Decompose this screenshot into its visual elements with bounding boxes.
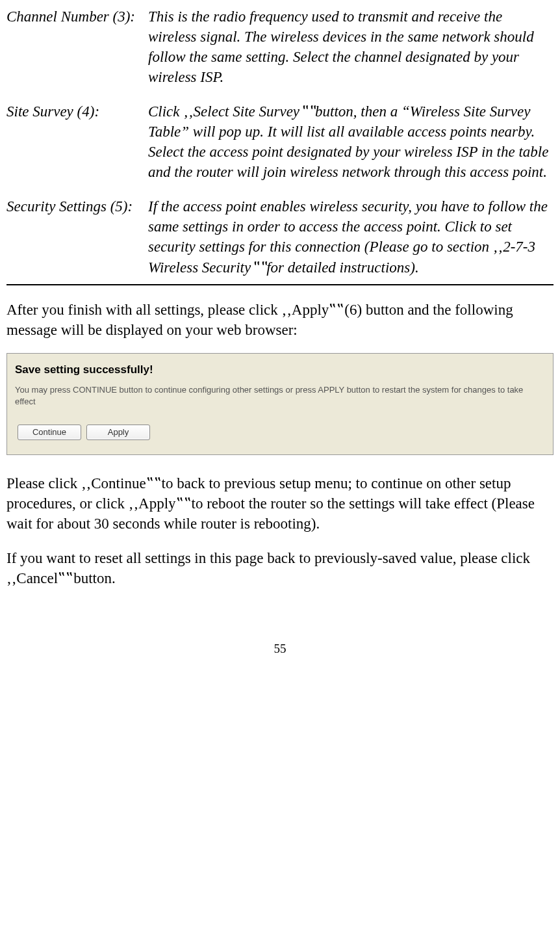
paragraph-cancel: If you want to reset all settings in thi… [6, 548, 554, 588]
paragraph-apply: After you finish with all settings, plea… [6, 300, 554, 340]
definition-description: Click ‚‚Select Site Survey‟‟button, then… [148, 101, 554, 182]
definition-description: If the access point enables wireless sec… [148, 196, 554, 277]
save-settings-dialog: Save setting successfully! You may press… [6, 353, 554, 455]
paragraph-continue: Please click ‚‚Continue‟‟to back to prev… [6, 473, 554, 534]
dialog-button-row: Continue Apply [18, 425, 545, 440]
page-number: 55 [6, 640, 554, 657]
definition-description: This is the radio frequency used to tran… [148, 7, 554, 87]
continue-button[interactable]: Continue [18, 425, 81, 440]
dialog-description: You may press CONTINUE button to continu… [15, 384, 545, 408]
apply-button[interactable]: Apply [86, 425, 150, 440]
dialog-title: Save setting successfully! [15, 363, 545, 378]
definition-term: Site Survey (4): [6, 101, 148, 182]
definitions-block: Channel Number (3): This is the radio fr… [6, 7, 554, 285]
definition-row: Site Survey (4): Click ‚‚Select Site Sur… [6, 101, 554, 182]
definition-term: Security Settings (5): [6, 196, 148, 277]
definition-term: Channel Number (3): [6, 7, 148, 87]
definition-row: Security Settings (5): If the access poi… [6, 196, 554, 277]
definition-row: Channel Number (3): This is the radio fr… [6, 7, 554, 87]
